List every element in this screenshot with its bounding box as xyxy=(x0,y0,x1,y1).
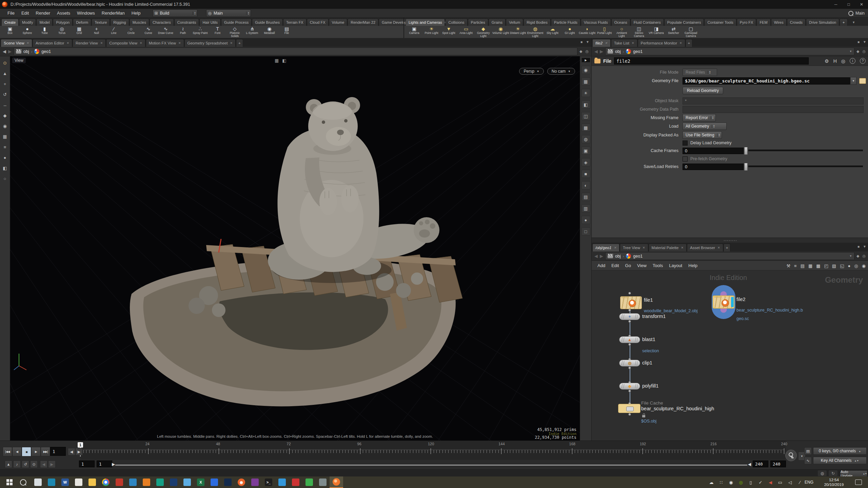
back-arrow-icon[interactable]: ◀ xyxy=(3,49,6,54)
taskbar-app-10[interactable] xyxy=(153,476,167,488)
shelf-tab-guide-brushes[interactable]: Guide Brushes xyxy=(252,19,283,26)
snap-tool-icon[interactable]: ◉ xyxy=(1,122,9,130)
close-icon[interactable]: ✕ xyxy=(679,39,682,47)
shelf-tool-ambient-light[interactable]: ○Ambient Light xyxy=(613,26,630,38)
eye-icon[interactable]: ◉ xyxy=(581,66,590,74)
keyframe-book-icon[interactable]: ▤ xyxy=(804,447,812,455)
pane-tab-scene-view[interactable]: Scene View✕ xyxy=(1,39,32,47)
shelf-tab-texture[interactable]: Texture xyxy=(92,19,110,26)
search-icon[interactable]: ◎ xyxy=(841,58,845,64)
start-button[interactable] xyxy=(3,476,16,488)
rotate-tool-icon[interactable]: ↺ xyxy=(1,91,9,98)
shelf-tool-sky-light[interactable]: ☁Sky Light xyxy=(544,26,561,38)
network-menu-add[interactable]: Add xyxy=(594,261,608,270)
range-start-field[interactable]: 1 xyxy=(79,461,95,467)
node-connector[interactable] xyxy=(628,367,631,369)
add-shelf-tab-button[interactable]: + xyxy=(840,19,848,26)
swatch-icon[interactable]: ▩ xyxy=(816,263,820,268)
shelf-tab-wires[interactable]: Wires xyxy=(771,19,787,26)
close-icon[interactable]: ✕ xyxy=(717,244,720,251)
select-tool-icon[interactable]: ▲ xyxy=(1,70,9,77)
shelf-tool-switcher[interactable]: ⇄Switcher xyxy=(665,26,682,38)
taskbar-app-12[interactable] xyxy=(180,476,194,488)
close-icon[interactable]: ✕ xyxy=(643,244,645,251)
node-connector[interactable] xyxy=(628,309,631,312)
scale-tool-icon[interactable]: ↔ xyxy=(1,101,9,109)
node-connector[interactable] xyxy=(628,320,631,323)
import-tool-icon[interactable]: ⊙ xyxy=(1,59,9,67)
pane-maximize-icon[interactable]: ■ xyxy=(857,40,860,44)
circle-icon[interactable]: ○ xyxy=(1,175,9,182)
houdini-badge-icon[interactable]: H xyxy=(833,58,837,64)
shelf-tool-spray-paint[interactable]: ∴Spray Paint xyxy=(192,26,209,38)
shelf-tab-model[interactable]: Model xyxy=(36,19,53,26)
pin-icon[interactable]: ◆ xyxy=(856,49,859,54)
menu-render[interactable]: Render xyxy=(32,9,54,18)
close-icon[interactable]: ✕ xyxy=(605,39,608,47)
taskbar-app-file-explorer[interactable] xyxy=(85,476,99,488)
shelf-tab-guide-process[interactable]: Guide Process xyxy=(221,19,252,26)
taskbar-app-houdini[interactable] xyxy=(330,476,343,488)
shelf-tab-fem[interactable]: FEM xyxy=(756,19,770,26)
pane-tab-composite-view[interactable]: Composite View✕ xyxy=(106,39,145,47)
pane-tab-asset-browser[interactable]: Asset Browser✕ xyxy=(687,244,723,251)
node-clip1[interactable]: ◍ xyxy=(619,360,640,367)
taskbar-app-word[interactable]: W xyxy=(58,476,72,488)
rows-icon[interactable]: ▤ xyxy=(581,193,590,201)
pose-tool-icon[interactable]: ◆ xyxy=(1,112,9,119)
shelf-tool-metaball[interactable]: ◉Metaball xyxy=(261,26,278,38)
pane-tab--obj-geo1[interactable]: /obj/geo1✕ xyxy=(592,244,619,251)
cache-frames-slider[interactable] xyxy=(748,150,863,152)
shelf-tab-muscles[interactable]: Muscles xyxy=(130,19,149,26)
follow-icon[interactable]: ◎ xyxy=(862,254,866,258)
speaker-app-icon[interactable]: ◀ xyxy=(766,476,775,488)
shelf-tab-lights-and-cameras[interactable]: Lights and Cameras xyxy=(406,19,445,26)
play-button[interactable]: ▶ xyxy=(31,447,41,456)
network-display-icon[interactable]: ▭ xyxy=(775,476,785,488)
channel-wave-icon[interactable]: ∿ xyxy=(804,457,812,464)
network-editor[interactable]: Indie Edition Geometry file1woodville_be… xyxy=(592,270,868,440)
shelf-tab-pyro-fx[interactable]: Pyro FX xyxy=(737,19,756,26)
frame-icon[interactable]: □ xyxy=(581,227,590,236)
keyframe-pointer-icon[interactable]: ▲ xyxy=(5,461,12,468)
list-icon[interactable]: ≡ xyxy=(1,143,9,151)
back-arrow-icon[interactable]: ◀ xyxy=(594,254,598,259)
shelf-tool-tube[interactable]: ▮Tube xyxy=(36,26,53,38)
breadcrumb[interactable]: obj › geo1 ▼ xyxy=(605,48,854,55)
shelf-tab-modify[interactable]: Modify xyxy=(19,19,36,26)
prefetch-checkbox[interactable] xyxy=(683,156,688,162)
taskbar-app-1[interactable] xyxy=(31,476,45,488)
node-name-label[interactable]: file1 xyxy=(644,297,653,303)
shelf-tool-camera[interactable]: ▣Camera xyxy=(406,26,423,38)
notification-center-icon[interactable] xyxy=(855,480,862,485)
retries-slider[interactable] xyxy=(748,166,863,168)
shelf-tab-hair-utils[interactable]: Hair Utils xyxy=(199,19,221,26)
shelf-tool-null[interactable]: +Null xyxy=(88,26,105,38)
pane-maximize-icon[interactable]: ■ xyxy=(580,40,583,44)
back-arrow-icon[interactable]: ◀ xyxy=(594,49,598,54)
close-icon[interactable]: ✕ xyxy=(27,39,29,47)
shelf-tab-terrain-fx[interactable]: Terrain FX xyxy=(283,19,307,26)
dropdown-icon[interactable]: ▼ xyxy=(849,255,852,258)
pane-tab-animation-editor[interactable]: Animation Editor✕ xyxy=(33,39,72,47)
node-name-label[interactable]: blast1 xyxy=(642,337,655,342)
image-icon[interactable]: ◱ xyxy=(840,263,844,268)
cache-frames-slider-handle[interactable] xyxy=(744,147,748,155)
window-icon[interactable]: ◰ xyxy=(824,263,828,268)
shelf-tool-gi-light[interactable]: ●GI Light xyxy=(561,26,578,38)
breadcrumb[interactable]: obj › geo1 xyxy=(14,48,577,55)
close-icon[interactable]: ✕ xyxy=(681,244,684,251)
jump-end-button[interactable]: ▶▶| xyxy=(41,447,50,456)
reload-geometry-button[interactable]: Reload Geometry xyxy=(683,87,723,94)
range-step-forward[interactable]: ▶ xyxy=(48,461,56,468)
node-name-label[interactable]: file2 xyxy=(736,297,746,302)
add-pane-tab-button[interactable]: + xyxy=(686,39,693,47)
grid-snap-icon[interactable]: ▦ xyxy=(1,133,9,140)
key-all-channels-select[interactable]: Key All Channels▲▼ xyxy=(813,457,867,464)
shelf-tab-renderman-22[interactable]: RenderMan 22 xyxy=(348,19,378,26)
shelf-tool-box[interactable]: ▣Box xyxy=(1,26,19,38)
shelf-tool-volume-light[interactable]: ◉Volume Light xyxy=(492,26,509,38)
display-packed-select[interactable]: Use File Setting▲▼ xyxy=(683,131,722,139)
node-connector[interactable] xyxy=(628,390,631,392)
palette-icon[interactable]: ▦ xyxy=(808,263,812,268)
